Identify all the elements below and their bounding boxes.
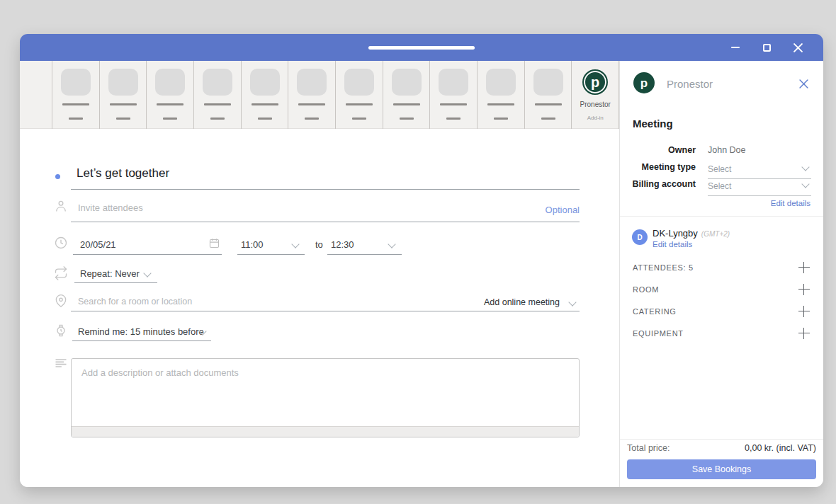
titlebar[interactable] [20, 34, 823, 61]
location-name-text: DK-Lyngby [653, 228, 698, 239]
text-lines-icon [54, 356, 68, 370]
to-label: to [315, 239, 323, 250]
catering-category-row: CATERING [633, 304, 810, 319]
billing-account-value: Select [708, 181, 731, 191]
ribbon-placeholder-button[interactable] [99, 61, 147, 129]
chevron-down-icon [801, 163, 809, 171]
chevron-down-icon[interactable] [143, 269, 151, 277]
attendees-category-row: ATTENDEES: 5 [633, 260, 810, 275]
close-window-button[interactable] [782, 34, 813, 61]
description-box [71, 358, 580, 437]
description-textarea[interactable] [72, 359, 579, 437]
date-field[interactable]: 20/05/21 [80, 239, 116, 250]
compose-area: p Pronestor Add-in Optional 20/05/21 [20, 61, 619, 487]
panel-app-name: Pronestor [667, 78, 713, 90]
equipment-category-label: EQUIPMENT [633, 329, 684, 338]
add-equipment-button[interactable] [798, 327, 810, 340]
total-price-label: Total price: [627, 443, 670, 453]
location-timezone: (GMT+2) [701, 230, 730, 238]
ribbon-placeholder-button[interactable] [383, 61, 430, 129]
repeat-icon [54, 266, 68, 280]
window-title-placeholder [368, 46, 475, 50]
chevron-down-icon [568, 298, 576, 306]
meeting-type-select[interactable]: Select [708, 162, 811, 179]
minimize-icon [731, 47, 740, 48]
start-time-dropdown[interactable]: 11:00 [241, 239, 264, 250]
add-online-meeting-label: Add online meeting [484, 297, 560, 307]
category-dot [55, 174, 60, 179]
ribbon-placeholder-button[interactable] [52, 61, 99, 129]
subject-input[interactable] [77, 166, 374, 181]
add-online-meeting-dropdown[interactable]: Add online meeting [484, 297, 575, 307]
ribbon-placeholder-button[interactable] [524, 61, 572, 129]
meeting-type-label: Meeting type [620, 162, 696, 172]
room-category-row: ROOM [633, 282, 810, 297]
pronestor-logo-letter: p [591, 75, 599, 89]
chevron-down-icon[interactable] [291, 240, 299, 248]
pronestor-logo-icon: p [582, 69, 608, 95]
location-avatar: D [632, 229, 648, 245]
meeting-type-value: Select [708, 164, 731, 174]
ribbon-placeholder-button[interactable] [241, 61, 288, 129]
calendar-icon[interactable] [208, 237, 220, 249]
ribbon-placeholder-button[interactable] [193, 61, 241, 129]
ribbon-placeholder-button[interactable] [429, 61, 477, 129]
reminder-dropdown[interactable]: Remind me: 15 minutes before [78, 326, 204, 337]
add-attendees-button[interactable] [798, 261, 810, 274]
close-panel-button[interactable] [799, 77, 812, 90]
add-catering-button[interactable] [798, 305, 810, 318]
save-bookings-button[interactable]: Save Bookings [627, 459, 816, 479]
maximize-icon [763, 44, 771, 52]
add-room-button[interactable] [798, 283, 810, 296]
chevron-down-icon[interactable] [388, 240, 395, 248]
meeting-section-title: Meeting [633, 118, 673, 130]
location-avatar-letter: D [637, 234, 642, 241]
owner-value: John Doe [708, 145, 746, 155]
location-pin-icon [54, 294, 68, 308]
billing-account-select[interactable]: Select [708, 179, 811, 196]
end-time-dropdown[interactable]: 12:30 [331, 239, 354, 250]
repeat-dropdown[interactable]: Repeat: Never [80, 268, 140, 279]
location-name: DK-Lyngby(GMT+2) [653, 228, 730, 239]
subject-underline [71, 189, 580, 190]
meeting-composer-window: p Pronestor Add-in Optional 20/05/21 [20, 34, 823, 487]
addin-sublabel: Add-in [572, 115, 618, 121]
attendees-input[interactable] [78, 202, 375, 213]
panel-divider [620, 216, 823, 217]
room-category-label: ROOM [633, 285, 659, 294]
repeat-underline [74, 282, 157, 283]
owner-label: Owner [620, 145, 696, 155]
maximize-button[interactable] [751, 34, 782, 61]
minimize-button[interactable] [720, 34, 751, 61]
ribbon-placeholder-button[interactable] [146, 61, 193, 129]
room-search-input[interactable] [78, 297, 347, 307]
footer-divider [620, 439, 823, 440]
attachment-strip[interactable] [72, 426, 579, 437]
meeting-form: Optional 20/05/21 11:00 to 12:30 Repeat: [20, 130, 619, 487]
pronestor-panel: p Pronestor Meeting Owner John Doe Meeti… [619, 61, 823, 487]
attendees-optional-label: Optional [546, 205, 580, 215]
attendees-underline [71, 222, 580, 222]
attendees-category-label: ATTENDEES: 5 [633, 263, 694, 272]
equipment-category-row: EQUIPMENT [633, 326, 810, 341]
ribbon-toolbar: p Pronestor Add-in [20, 61, 619, 129]
total-price-value: 0,00 kr. (incl. VAT) [745, 443, 816, 453]
edit-location-details-link[interactable]: Edit details [653, 240, 692, 248]
clock-icon [54, 236, 68, 250]
total-price-row: Total price: 0,00 kr. (incl. VAT) [627, 443, 816, 453]
catering-category-label: CATERING [633, 307, 677, 316]
edit-meeting-details-link[interactable]: Edit details [771, 199, 810, 207]
watch-icon [54, 323, 68, 338]
ribbon-placeholder-button[interactable] [335, 61, 383, 129]
pronestor-addin-button[interactable]: p Pronestor Add-in [571, 61, 619, 129]
end-time-underline [327, 254, 402, 255]
pronestor-logo-icon: p [633, 72, 655, 93]
ribbon-placeholder-button[interactable] [477, 61, 524, 129]
start-time-underline [237, 254, 305, 255]
close-icon [799, 79, 808, 88]
attendees-icon [54, 199, 68, 213]
ribbon-placeholder-button[interactable] [288, 61, 335, 129]
reminder-underline [72, 340, 211, 341]
billing-account-label: Billing account [620, 179, 696, 189]
location-underline [71, 311, 580, 311]
